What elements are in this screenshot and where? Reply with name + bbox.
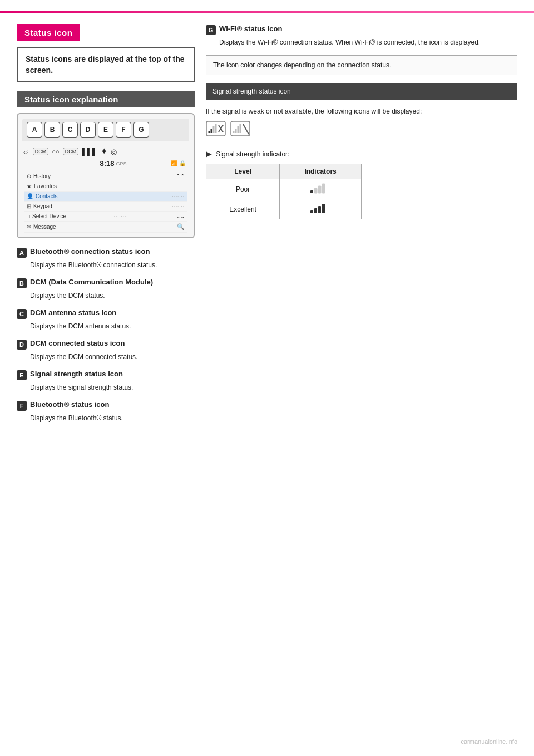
sym-wifi: ◎ (111, 148, 117, 156)
icon-C: C (62, 122, 78, 138)
favorites-dots: ········ (170, 184, 185, 189)
section-b-title: DCM (Data Communication Module) (30, 278, 153, 286)
screen-top-bar: A B C D E F G (22, 119, 189, 141)
badge-e: E (17, 370, 27, 380)
menu-row-select-device: □ Select Device ········ ⌄⌄ (24, 212, 187, 222)
left-column: Status icon Status icons are displayed a… (17, 24, 195, 431)
note-text: The icon color changes depending on the … (213, 61, 391, 69)
indicator-poor (280, 179, 362, 199)
section-g-block: G Wi-Fi® status icon Displays the Wi-Fi®… (206, 24, 517, 47)
icon-D: D (80, 122, 96, 138)
menu-row-keypad: ⊞ Keypad ········ (24, 202, 187, 212)
svg-line-12 (243, 124, 249, 134)
section-d-text: Displays the DCM connected status. (30, 352, 195, 362)
select-device-dots: ········ (114, 214, 128, 219)
menu-list: ⊙ History ········ ⌃⌃ ★ Favorites ······… (22, 171, 189, 233)
sym-bluetooth: ✦ (101, 147, 107, 156)
signal-note: If the signal is weak or not available, … (206, 107, 517, 115)
section-b-text: Displays the DCM status. (30, 291, 195, 301)
icon-A: A (27, 122, 42, 138)
section-e-title: Signal strength status icon (30, 370, 123, 378)
signal-icons-row (206, 121, 517, 136)
keypad-label: Keypad (33, 203, 52, 209)
badge-b: B (17, 278, 27, 288)
svg-rect-19 (318, 206, 321, 213)
table-row-poor: Poor (206, 179, 362, 199)
history-icon: ⊙ (27, 173, 31, 179)
explanation-label: Status icon explanation (17, 91, 195, 107)
poor-signal-svg (309, 183, 332, 194)
section-c-title: DCM antenna status icon (30, 308, 116, 317)
right-column: G Wi-Fi® status icon Displays the Wi-Fi®… (206, 24, 517, 431)
info-box: Status icons are displayed at the top of… (17, 47, 195, 82)
sym-dcm1: DCM (33, 148, 49, 155)
contacts-dots: ········ (170, 194, 185, 199)
indicator-excellent (280, 199, 362, 219)
icon-row: A B C D E F G (27, 122, 149, 138)
section-a-block: A Bluetooth® connection status icon Disp… (17, 247, 195, 270)
signal-x-icon (206, 121, 226, 136)
col-level: Level (206, 164, 280, 179)
history-extra: ⌃⌃ (176, 173, 185, 179)
section-g-text: Displays the Wi-Fi® connection status. W… (219, 37, 517, 47)
col-indicators: Indicators (280, 164, 362, 179)
top-dots: ············ (26, 161, 56, 166)
status-indicators: 📶🔒 (171, 160, 186, 166)
section-a-title: Bluetooth® connection status icon (30, 247, 150, 256)
favorites-icon: ★ (27, 183, 32, 189)
sym-signal: ▌▌▌ (82, 148, 97, 156)
section-d-title: DCM connected status icon (30, 339, 125, 347)
svg-rect-17 (310, 210, 313, 213)
table-header-row: Level Indicators (206, 164, 362, 179)
status-icon-header: Status icon (17, 24, 80, 41)
keypad-icon: ⊞ (27, 203, 31, 209)
menu-row-contacts: 👤 Contacts ········ (24, 192, 187, 202)
select-device-extra: ⌄⌄ (176, 213, 185, 219)
symbol-row: ☼ DCM ○○ DCM ▌▌▌ ✦ (22, 145, 189, 158)
section-c-block: C DCM antenna status icon Displays the D… (17, 308, 195, 331)
note-box: The icon color changes depending on the … (206, 55, 517, 75)
keypad-dots: ········ (170, 204, 185, 209)
section-e-text: Displays the signal strength status. (30, 382, 195, 392)
excellent-signal-svg (309, 203, 332, 214)
svg-rect-13 (310, 190, 313, 193)
badge-a: A (17, 248, 27, 258)
watermark: carmanualonline.info (461, 738, 517, 745)
arrow-section: ▶ Signal strength indicator: (206, 149, 517, 158)
section-f-label: F Bluetooth® status icon (17, 400, 195, 411)
badge-d: D (17, 340, 27, 350)
menu-row-message: ✉ Message ········ 🔍 (24, 222, 187, 233)
section-f-text: Displays the Bluetooth® status. (30, 413, 195, 423)
icon-B: B (44, 122, 60, 138)
section-d-label: D DCM connected status icon (17, 339, 195, 350)
badge-c: C (17, 309, 27, 319)
section-e-block: E Signal strength status icon Displays t… (17, 370, 195, 392)
sym-circles: ○○ (52, 148, 59, 155)
menu-row-history: ⊙ History ········ ⌃⌃ (24, 171, 187, 181)
contacts-label: Contacts (36, 193, 57, 199)
svg-rect-20 (322, 204, 325, 213)
section-g-title: Wi-Fi® status icon (219, 24, 282, 33)
sym-dcm2: DCM (63, 148, 79, 155)
table-row-excellent: Excellent (206, 199, 362, 219)
icon-E: E (98, 122, 113, 138)
svg-rect-18 (314, 208, 317, 213)
signal-section: If the signal is weak or not available, … (206, 107, 517, 219)
history-dots: ········ (106, 174, 121, 179)
section-a-label: A Bluetooth® connection status icon (17, 247, 195, 258)
arrow-icon: ▶ (206, 149, 212, 158)
icon-F: F (116, 122, 131, 138)
section-b-block: B DCM (Data Communication Module) Displa… (17, 278, 195, 301)
time-display: 8:18 (100, 159, 114, 168)
menu-row-favorites: ★ Favorites ········ (24, 181, 187, 192)
level-excellent: Excellent (206, 199, 280, 219)
section-a-text: Displays the Bluetooth® connection statu… (30, 260, 195, 270)
section-c-label: C DCM antenna status icon (17, 308, 195, 319)
page-container: Status icon Status icons are displayed a… (0, 0, 534, 756)
section-b-label: B DCM (Data Communication Module) (17, 278, 195, 288)
message-icon: ✉ (27, 224, 31, 230)
favorites-label: Favorites (34, 183, 57, 189)
select-device-icon: □ (27, 213, 30, 219)
top-line (0, 11, 534, 13)
section-f-block: F Bluetooth® status icon Displays the Bl… (17, 400, 195, 423)
